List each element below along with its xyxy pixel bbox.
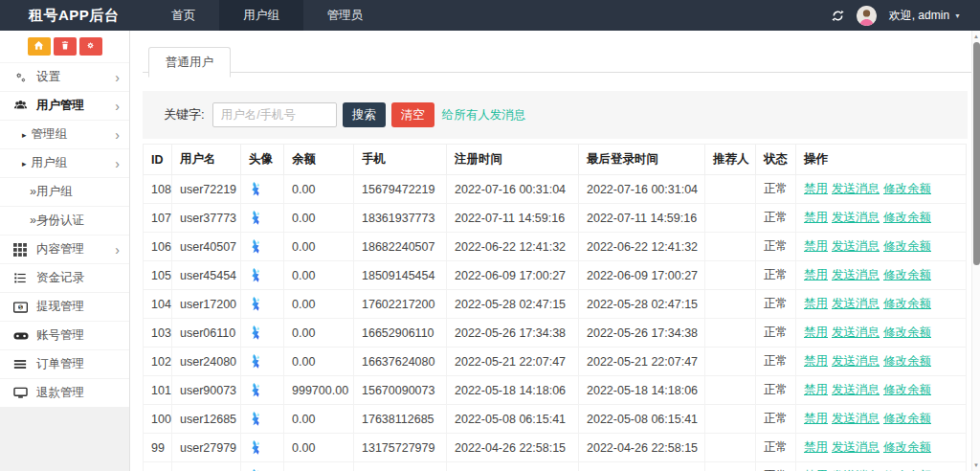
scrollbar-down-arrow[interactable]: ▼ [972, 461, 980, 469]
cell-phone: 18509145454 [354, 261, 447, 290]
vertical-scrollbar[interactable]: ▲ ▼ [971, 31, 980, 471]
broadcast-message-link[interactable]: 给所有人发消息 [442, 107, 526, 123]
triangle-right-icon: ▸ [22, 159, 27, 168]
nav-item-用户组[interactable]: 用户组 [219, 0, 303, 31]
disable-link[interactable]: 禁用 [804, 182, 828, 195]
sidebar-item-订单管理[interactable]: 订单管理 [0, 349, 129, 378]
table-header-cell: 余额 [284, 145, 354, 175]
send-message-link[interactable]: 发送消息 [832, 325, 880, 339]
cell-avatar [241, 233, 284, 261]
modify-balance-link[interactable]: 修改余额 [883, 440, 931, 454]
modify-balance-link[interactable]: 修改余额 [883, 211, 931, 224]
modify-balance-link[interactable]: 修改余额 [883, 412, 931, 425]
sidebar-item-退款管理[interactable]: 退款管理 [0, 378, 129, 407]
send-message-link[interactable]: 发送消息 [832, 440, 880, 454]
welcome-menu[interactable]: 欢迎, admin ▼ [889, 8, 961, 24]
table-row: 103user061100.00166529061102022-05-26 17… [144, 319, 967, 348]
cell-phone: 13175727979 [354, 434, 447, 462]
table-header-cell: 注册时间 [447, 145, 579, 175]
svg-text:$: $ [19, 303, 22, 309]
cell-username: user37773 [172, 204, 241, 233]
sidebar-item-账号管理[interactable]: 账号管理 [0, 321, 129, 349]
sidebar-item-用户组[interactable]: »用户组 [0, 177, 129, 206]
quick-button-gear[interactable] [79, 37, 102, 56]
send-message-link[interactable]: 发送消息 [832, 297, 880, 310]
cell-last-login: 2022-05-28 02:47:15 [579, 290, 705, 319]
sidebar-item-内容管理[interactable]: 内容管理› [0, 235, 129, 263]
sidebar-item-身份认证[interactable]: »身份认证 [0, 206, 129, 235]
users-icon [13, 100, 30, 112]
rabbit-avatar-icon [249, 302, 263, 315]
send-message-link[interactable]: 发送消息 [832, 354, 880, 368]
cell-phone: 16637624080 [354, 348, 447, 376]
cell-referrer [705, 348, 756, 376]
disable-link[interactable]: 禁用 [804, 412, 828, 425]
modify-balance-link[interactable]: 修改余额 [883, 297, 931, 310]
send-message-link[interactable]: 发送消息 [832, 182, 880, 195]
send-message-link[interactable]: 发送消息 [832, 239, 880, 253]
search-button[interactable]: 搜索 [343, 102, 386, 127]
rabbit-avatar-icon [249, 273, 263, 286]
sidebar-item-用户管理[interactable]: 用户管理› [0, 91, 129, 120]
send-message-link[interactable]: 发送消息 [832, 268, 880, 281]
disable-link[interactable]: 禁用 [804, 354, 828, 368]
sidebar-item-资金记录[interactable]: 资金记录 [0, 263, 129, 292]
cell-operations: 禁用发送消息修改余额 [796, 175, 967, 204]
sidebar-item-设置[interactable]: 设置› [0, 62, 129, 91]
cell-status: 正常 [756, 290, 796, 319]
quick-button-home[interactable] [28, 37, 51, 56]
quick-button-trash[interactable] [54, 37, 77, 56]
disable-link[interactable]: 禁用 [804, 268, 828, 281]
sidebar-item-label: 用户组 [32, 155, 116, 171]
disable-link[interactable]: 禁用 [804, 325, 828, 339]
disable-link[interactable]: 禁用 [804, 440, 828, 454]
cell-referrer [705, 175, 756, 204]
scrollbar-thumb[interactable] [973, 42, 980, 265]
send-message-link[interactable]: 发送消息 [832, 412, 880, 425]
cell-last-login: 2022-04-26 22:58:15 [579, 434, 705, 462]
cell-registered: 2022-05-08 06:15:41 [447, 405, 579, 434]
send-message-link[interactable]: 发送消息 [832, 383, 880, 396]
cell-last-login: 2022-06-09 17:00:27 [579, 261, 705, 290]
cell-registered: 2022-04-26 22:58:15 [447, 434, 579, 462]
disable-link[interactable]: 禁用 [804, 239, 828, 253]
main-nav: 首页用户组管理员 [147, 0, 387, 31]
sidebar-item-label: 资金记录 [36, 270, 120, 286]
modify-balance-link[interactable]: 修改余额 [883, 354, 931, 368]
cell-balance: 0.00 [284, 405, 354, 434]
user-avatar[interactable] [857, 6, 877, 26]
modify-balance-link[interactable]: 修改余额 [883, 325, 931, 339]
modify-balance-link[interactable]: 修改余额 [883, 268, 931, 281]
disable-link[interactable]: 禁用 [804, 383, 828, 396]
cell-id: 108 [144, 175, 172, 204]
nav-item-首页[interactable]: 首页 [147, 0, 219, 31]
nav-item-管理员[interactable]: 管理员 [303, 0, 388, 31]
tab-normal-users[interactable]: 普通用户 [148, 47, 231, 78]
disable-link[interactable]: 禁用 [804, 297, 828, 310]
send-message-link[interactable]: 发送消息 [832, 211, 880, 224]
refresh-icon[interactable] [832, 10, 844, 22]
money-icon: $ [13, 302, 30, 313]
cell-id: 107 [144, 204, 172, 233]
cell-referrer [705, 376, 756, 405]
cell-operations: 禁用发送消息修改余额 [796, 348, 967, 376]
sidebar-item-用户组[interactable]: ▸用户组› [0, 148, 129, 177]
sidebar-item-提现管理[interactable]: $提现管理 [0, 292, 129, 321]
cell-balance: 0.00 [284, 175, 354, 204]
modify-balance-link[interactable]: 修改余额 [883, 239, 931, 253]
clear-button[interactable]: 清空 [391, 102, 434, 127]
cell-status: 正常 [756, 204, 796, 233]
modify-balance-link[interactable]: 修改余额 [883, 182, 931, 195]
table-row: 102user240800.00166376240802022-05-21 22… [144, 348, 967, 376]
sidebar-item-管理组[interactable]: ▸管理组› [0, 120, 129, 148]
table-body: 108user722190.00156794722192022-07-16 00… [144, 175, 967, 471]
disable-link[interactable]: 禁用 [804, 211, 828, 224]
scrollbar-up-arrow[interactable]: ▲ [972, 33, 980, 40]
cell-phone: 15679472219 [354, 175, 447, 204]
cell-balance: 0.00 [284, 290, 354, 319]
table-row: 107user377730.00183619377732022-07-11 14… [144, 204, 967, 233]
keyword-input[interactable] [212, 102, 337, 127]
quick-buttons [0, 31, 129, 62]
modify-balance-link[interactable]: 修改余额 [883, 383, 931, 396]
cell-avatar [241, 348, 284, 376]
